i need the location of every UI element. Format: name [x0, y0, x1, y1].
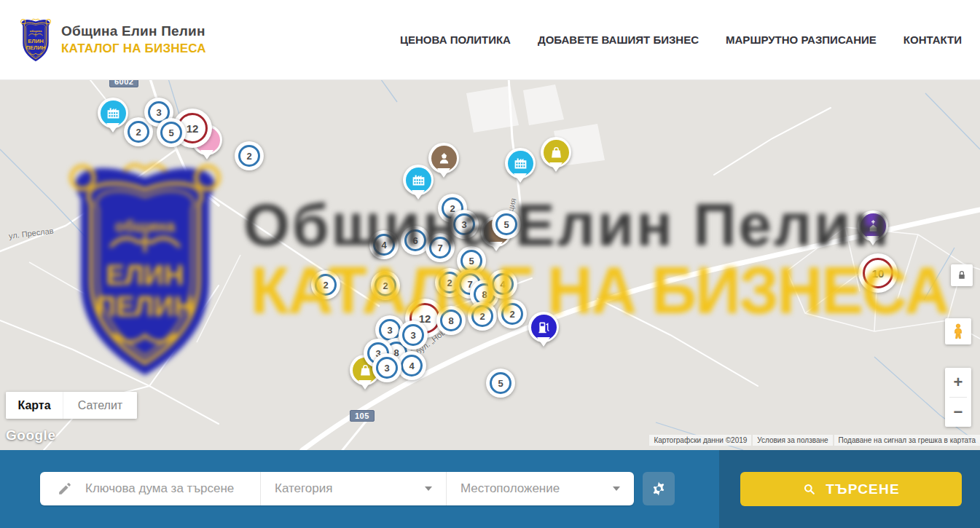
cluster-count: 5 — [460, 250, 482, 272]
cluster-count: 4 — [492, 273, 514, 295]
keyword-search-input[interactable] — [84, 481, 254, 497]
svg-text:ЕЛИН: ЕЛИН — [28, 38, 44, 44]
search-button[interactable]: ТЪРСЕНЕ — [740, 472, 962, 506]
advanced-search-settings-button[interactable] — [643, 472, 675, 505]
cluster-marker[interactable]: 4 — [369, 230, 399, 259]
pin-circle — [508, 151, 533, 176]
cluster-count: 10 — [863, 258, 893, 288]
map-pin-church[interactable] — [858, 210, 888, 241]
nav-add-your-business[interactable]: ДОБАВЕТЕ ВАШИЯТ БИЗНЕС — [538, 34, 699, 46]
location-select-value: Местоположение — [460, 481, 560, 496]
attribution-copyright: Картографски данни ©2019 — [649, 435, 751, 446]
shopping-bag-icon — [549, 145, 564, 160]
keyword-field[interactable] — [40, 472, 260, 505]
chevron-down-icon — [425, 486, 432, 491]
map-type-satellite-button[interactable]: Сателит — [63, 392, 137, 419]
cluster-count: 3 — [453, 213, 475, 235]
cluster-count: 5 — [495, 213, 517, 235]
site-header: общинаЕЛИНПЕЛИН Община Елин Пелин КАТАЛО… — [0, 0, 980, 80]
cluster-count: 5 — [160, 122, 182, 143]
lock-control-button[interactable] — [951, 264, 973, 286]
cluster-count: 2 — [128, 121, 149, 143]
search-input-group: Категория Местоположение — [40, 472, 634, 505]
cluster-marker[interactable]: 2 — [468, 302, 497, 331]
search-panel: Категория Местоположение — [0, 450, 980, 528]
map-pin-factory[interactable] — [505, 148, 536, 178]
cluster-count: 3 — [376, 357, 398, 379]
pin-circle — [544, 140, 569, 165]
zoom-in-button[interactable]: + — [945, 368, 971, 397]
cluster-marker[interactable]: 5 — [486, 369, 515, 398]
svg-text:община: община — [30, 29, 42, 33]
cluster-count: 8 — [440, 310, 462, 331]
cluster-count: 2 — [315, 274, 337, 296]
cluster-count: 6 — [404, 229, 426, 251]
cluster-count: 3 — [402, 324, 424, 346]
map-pin-fuel-pump[interactable] — [528, 312, 559, 342]
padlock-icon — [955, 269, 968, 282]
nav-pricing-policy[interactable]: ЦЕНОВА ПОЛИТИКА — [400, 34, 511, 46]
page: общинаЕЛИНПЕЛИН Община Елин Пелин КАТАЛО… — [0, 0, 980, 528]
map-canvas[interactable]: 6002105ул. Преславбул. „Новоселция 23125… — [0, 80, 980, 450]
category-select[interactable]: Категория — [260, 472, 446, 505]
nav-contacts[interactable]: КОНТАКТИ — [903, 34, 962, 46]
fuel-pump-icon — [536, 320, 552, 335]
cluster-count: 2 — [238, 145, 260, 167]
cluster-marker[interactable]: 5 — [492, 210, 521, 239]
cluster-count: 4 — [401, 355, 423, 377]
church-icon — [866, 218, 881, 234]
cluster-marker[interactable]: 8 — [436, 306, 466, 335]
cluster-count: 2 — [501, 303, 523, 325]
pin-circle — [406, 168, 431, 193]
search-icon — [802, 482, 816, 496]
pegman-icon — [949, 322, 967, 341]
brand[interactable]: общинаЕЛИНПЕЛИН Община Елин Пелин КАТАЛО… — [18, 17, 206, 63]
location-select[interactable]: Местоположение — [446, 472, 634, 505]
map-pin-factory[interactable] — [403, 165, 434, 195]
search-panel-right: ТЪРСЕНЕ — [719, 450, 980, 528]
map-attribution: Картографски данни ©2019 Условия за полз… — [648, 435, 980, 446]
attribution-report-link[interactable]: Подаване на сигнал за грешка в картата — [834, 435, 980, 446]
map-type-map-button[interactable]: Карта — [6, 392, 63, 419]
cluster-marker[interactable]: 10 — [858, 253, 898, 293]
site-subtitle: КАТАЛОГ НА БИЗНЕСА — [61, 42, 206, 56]
cluster-marker[interactable]: 2 — [371, 271, 400, 300]
svg-text:ПЕЛИН: ПЕЛИН — [26, 44, 46, 50]
map-pin-construction-worker[interactable] — [428, 143, 459, 173]
cluster-marker[interactable]: 2 — [235, 141, 264, 170]
google-logo[interactable]: Google — [6, 427, 55, 444]
zoom-out-button[interactable]: − — [945, 398, 971, 427]
cluster-marker[interactable]: 3 — [399, 320, 428, 350]
cluster-marker[interactable]: 3 — [450, 210, 479, 239]
marker-layer: 231252235467522278412822383343510 — [0, 80, 980, 450]
pin-circle — [101, 101, 126, 126]
nav-route-schedule[interactable]: МАРШРУТНО РАЗПИСАНИЕ — [726, 34, 877, 46]
cluster-marker[interactable]: 3 — [372, 353, 401, 382]
site-title: Община Елин Пелин — [61, 23, 206, 39]
map-pin-shopping-bag[interactable] — [541, 137, 571, 168]
search-panel-left: Категория Местоположение — [0, 450, 719, 528]
pencil-icon — [57, 481, 73, 497]
search-button-label: ТЪРСЕНЕ — [826, 481, 900, 497]
cluster-marker[interactable]: 4 — [488, 269, 517, 299]
pin-circle — [861, 213, 886, 239]
cluster-marker[interactable]: 4 — [397, 351, 426, 380]
cluster-count: 7 — [429, 237, 451, 259]
main-nav: ЦЕНОВА ПОЛИТИКА ДОБАВЕТЕ ВАШИЯТ БИЗНЕС М… — [400, 34, 962, 46]
municipality-crest-logo: общинаЕЛИНПЕЛИН — [18, 17, 53, 63]
cluster-marker[interactable]: 7 — [426, 233, 455, 262]
gear-icon — [650, 480, 667, 497]
factory-icon — [513, 156, 528, 171]
pin-circle — [431, 146, 457, 171]
cluster-count: 5 — [490, 372, 511, 394]
cluster-count: 2 — [471, 305, 493, 327]
street-view-pegman-button[interactable] — [945, 318, 971, 344]
category-select-value: Категория — [275, 481, 332, 496]
municipality-crest: общинаЕЛИНПЕЛИН — [18, 17, 53, 63]
cluster-marker[interactable]: 5 — [157, 118, 186, 147]
attribution-terms-link[interactable]: Условия за ползване — [753, 435, 832, 446]
map-type-control: Карта Сателит — [6, 392, 137, 419]
map-pin-factory[interactable] — [98, 98, 128, 128]
cluster-marker[interactable]: 2 — [311, 270, 340, 299]
cluster-marker[interactable]: 2 — [498, 299, 527, 328]
